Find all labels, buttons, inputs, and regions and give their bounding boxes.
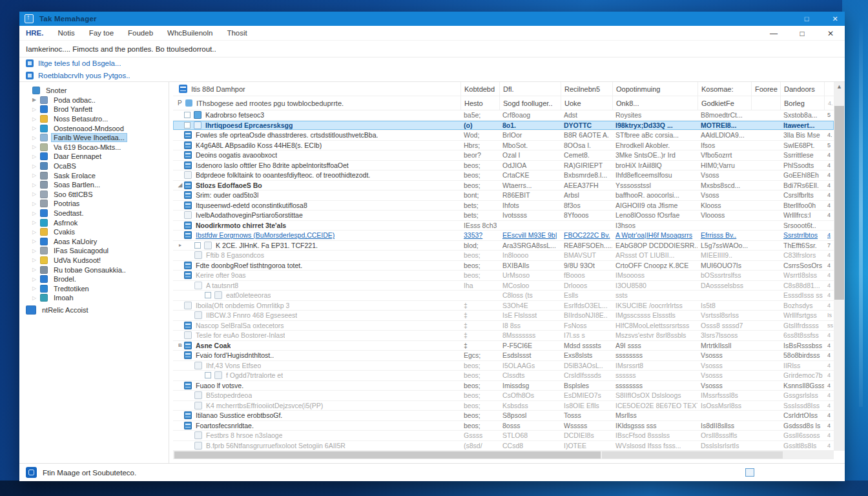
column-subheader[interactable]: 4. bbox=[824, 96, 834, 110]
menu-item-notis[interactable]: Notis bbox=[57, 29, 74, 37]
column-subheader[interactable]: Sogd foolluger.. bbox=[499, 96, 561, 110]
table-row[interactable]: Bdprdeoe folkltaink to ooantesfdiyfteoc.… bbox=[173, 170, 834, 181]
tree-item[interactable]: ▷Tredtotiken bbox=[25, 284, 169, 293]
horizontal-scrollbar[interactable] bbox=[173, 451, 834, 459]
table-row[interactable]: Nascop SelBralSa oxtecetors‡I8 8ssFsNoss… bbox=[173, 321, 834, 331]
close-button[interactable]: ✕ bbox=[825, 29, 836, 38]
table-row[interactable]: K4g6A8L ABpsadilo Koss 44HE8(s. ECIb)Hbr… bbox=[173, 141, 834, 151]
row-checkbox[interactable] bbox=[194, 242, 201, 249]
tree-item[interactable]: ▷Sask Erolace bbox=[25, 170, 169, 180]
tree-item[interactable]: ▷UdVa Kudsoot! bbox=[25, 256, 169, 265]
tree-item[interactable]: ▷IFas Sauicagodul bbox=[25, 246, 169, 256]
tree-root-item[interactable]: Snoter bbox=[25, 86, 169, 96]
table-row[interactable]: ◢Stlozs EdoffaoeS Bobeos;Wtaerrs...AEEA3… bbox=[173, 181, 834, 191]
table-row[interactable]: Iboila(Oft onbdemis Omrrlitkp 3‡S3Oh4EEs… bbox=[173, 301, 834, 311]
table-row[interactable]: IIBCW.3 Fnnro 468 Egseseest‡IsE Flslssst… bbox=[173, 311, 834, 321]
table-row[interactable]: Srim: ouder oad5to3lbont;R86EBITArbslbaf… bbox=[173, 191, 834, 201]
row-checkbox[interactable] bbox=[184, 112, 191, 118]
menu-item-thosit[interactable]: Thosit bbox=[227, 29, 247, 37]
column-subheader[interactable] bbox=[751, 96, 780, 110]
table-row[interactable]: Kadrobrso fetseoc3ba5e;Crf8oaogAdstRoysi… bbox=[173, 110, 834, 121]
tree-item[interactable]: ▷Imoah bbox=[25, 293, 169, 303]
close-icon[interactable]: ✕ bbox=[831, 15, 840, 23]
table-row[interactable]: Itquseenwd-edetd oconstintkutiflosa8bets… bbox=[173, 201, 834, 211]
table-row[interactable]: Fdte doonbgRoef tisthtngoroa totet.beos;… bbox=[173, 261, 834, 271]
tree-item-bottom[interactable]: ntRelic Accoist bbox=[25, 305, 169, 315]
scroll-up-icon[interactable]: ▲ bbox=[834, 83, 845, 90]
column-header[interactable] bbox=[824, 82, 834, 96]
table-row[interactable]: A tautsnrt8IhaMCoslooDrlooosI3OU8580DAos… bbox=[173, 281, 834, 291]
menu-item-foudeb[interactable]: Foudeb bbox=[128, 29, 153, 37]
column-header[interactable]: Dandoors bbox=[780, 82, 824, 96]
row-checkbox[interactable] bbox=[184, 122, 191, 129]
table-row[interactable]: Tesle for euAo Bostorer-Inlast‡8Msssssss… bbox=[173, 331, 834, 341]
column-header[interactable]: Fooree bbox=[751, 82, 780, 96]
tree-item[interactable]: ▷Oostenoaod-Mndsood bbox=[25, 123, 169, 133]
tree-item[interactable]: ▷Noss Betasutro... bbox=[25, 114, 169, 124]
table-row[interactable]: Noodirkrmoto chirret 3te'alsIEsss 8ch3I3… bbox=[173, 221, 834, 231]
table-row[interactable]: Itilanao Susstice erobtbsoGf.beos;S8psos… bbox=[173, 411, 834, 421]
column-subheader[interactable]: GodkietFe bbox=[698, 96, 751, 110]
table-row[interactable]: Ihrtiqpoesd Eprcaesrsksgg(o)8o1.DYOTTCI9… bbox=[173, 121, 834, 131]
table-row[interactable]: Ibstfdw Eorgrnows (BuMorsderlespd,CCEIDE… bbox=[173, 231, 834, 241]
row-expander-icon[interactable]: ▸ bbox=[176, 242, 184, 248]
table-row[interactable]: Foartosfecsnrldtae.beos;8osssWsssssIKlds… bbox=[173, 421, 834, 431]
table-row[interactable]: Fftib 8 Egasondcosbeos;In8looooBMAVSUTAR… bbox=[173, 251, 834, 261]
tree-item[interactable]: ▷OcaBS bbox=[25, 161, 169, 171]
action-link-2[interactable]: Roetblabcrvlh yous Pytgos.. bbox=[19, 69, 845, 82]
table-row[interactable]: Ihf,43 Vons Etfseobeos;I5OLAAGsD5lB3AOsL… bbox=[173, 361, 834, 371]
column-subheader[interactable]: Uoke bbox=[561, 96, 612, 110]
tree-item[interactable]: ▷Va 619 Bocao-Mkts... bbox=[25, 143, 169, 152]
column-header[interactable]: Oopotinmuing bbox=[612, 82, 698, 96]
minimize-button[interactable]: — bbox=[769, 29, 779, 38]
status-corner-icon[interactable] bbox=[745, 468, 754, 477]
column-subheader[interactable]: Borleg bbox=[780, 96, 824, 110]
table-row[interactable]: ▸K 2CE. JIHnK. Fa EP31. TCF221.blod;Ara3… bbox=[173, 241, 834, 251]
row-expander-icon[interactable]: ◢ bbox=[176, 182, 184, 188]
action-link-1[interactable]: Iltge teles ful od Bsgela... bbox=[19, 57, 845, 69]
horizontal-scroll-thumb[interactable] bbox=[174, 451, 601, 459]
table-row[interactable]: B5stopedrdeoabeos;CsOfh8OsEsDMIEO7sS8IIf… bbox=[173, 391, 834, 401]
row-checkbox[interactable] bbox=[205, 292, 211, 298]
column-header[interactable]: Kosomae: bbox=[698, 82, 751, 96]
column-subheader[interactable]: Onk8... bbox=[612, 96, 698, 110]
maximize-icon[interactable]: □ bbox=[802, 15, 811, 23]
tree-item[interactable]: ▶Poda odbac.. bbox=[25, 96, 169, 105]
menu-item-whcbuilenoln[interactable]: WhcBuilenoln bbox=[167, 29, 212, 37]
tree-item[interactable]: ▷Daar Eennapet bbox=[25, 152, 169, 161]
tree-item[interactable]: ▷Aoas KaUoiry bbox=[25, 237, 169, 247]
table-row[interactable]: Fowles sfe oprteaOsde dhasstrderes. crts… bbox=[173, 130, 834, 141]
row-checkbox[interactable] bbox=[205, 372, 211, 378]
table-row[interactable]: Kerire ofter 9oasbeos;UrMsosofBooosIMsoo… bbox=[173, 271, 834, 281]
column-subheader[interactable]: Hesto bbox=[460, 96, 499, 110]
tree-item[interactable]: ▷Soas Bartlen... bbox=[25, 180, 169, 190]
maximize-button[interactable]: □ bbox=[797, 29, 807, 38]
column-header[interactable]: Kobtdebd bbox=[460, 82, 499, 96]
table-row[interactable]: Isdenoro laslo ofttler Eho 8drite apbeln… bbox=[173, 161, 834, 171]
column-subheader-name[interactable]: P IThsbogese aed rrootes pgu towblocbedu… bbox=[173, 96, 460, 110]
horizontal-scroll-thumb-secondary[interactable] bbox=[602, 451, 783, 459]
table-row[interactable]: B.fprb 56Ntfansgrurruefixoloot Setogiin … bbox=[173, 441, 834, 451]
tree-item[interactable]: ▷Fanlb Weve Ihoetlaa... bbox=[25, 133, 169, 143]
table-row[interactable]: K4 mcherrtbsEffriooiiotDejzsvce(i5(PP)be… bbox=[173, 401, 834, 411]
menu-item-faytoe[interactable]: Fay toe bbox=[89, 29, 114, 37]
tree-item[interactable]: ▷Asfrnok bbox=[25, 218, 169, 227]
tree-item[interactable]: ▷Cvakis bbox=[25, 227, 169, 237]
vertical-scrollbar[interactable]: ▲ bbox=[834, 82, 845, 451]
tree-item[interactable]: ▷Pootrias bbox=[25, 199, 169, 209]
tree-item[interactable]: ▷Brod Yanfett bbox=[25, 105, 169, 114]
tree-item[interactable]: ▷Ru tobae Gonsaukkia.. bbox=[25, 265, 169, 274]
tree-item[interactable]: ▷Soedtast. bbox=[25, 209, 169, 218]
table-row[interactable]: Fuaoo lf votsve.beos;ImissdsgBsplslessss… bbox=[173, 381, 834, 391]
column-header-name[interactable]: Itis 88d Damhpor bbox=[173, 82, 460, 96]
row-expander-icon[interactable]: B bbox=[176, 342, 184, 348]
table-row[interactable]: Festbrs 8 hrsoe n3slaogeGssssSTLO68DCDIE… bbox=[173, 431, 834, 441]
column-header[interactable]: Recilnebn5 bbox=[561, 82, 612, 96]
title-bar[interactable]: Tak Memahager □ ✕ bbox=[19, 12, 845, 26]
tree-item[interactable]: ▷Brodel. bbox=[25, 274, 169, 284]
tree-item[interactable]: ▷Soo 6ttICBS bbox=[25, 190, 169, 200]
table-row[interactable]: Fvaio ford'Hugisdnthltost..Egcs;Esdslsss… bbox=[173, 351, 834, 361]
table-row[interactable]: f Ogdd7trtralorte etbeos;ClssdtsCrsIdIfs… bbox=[173, 371, 834, 381]
column-header[interactable]: Dfl. bbox=[499, 82, 561, 96]
menu-item-hre[interactable]: HRE. bbox=[26, 29, 43, 37]
